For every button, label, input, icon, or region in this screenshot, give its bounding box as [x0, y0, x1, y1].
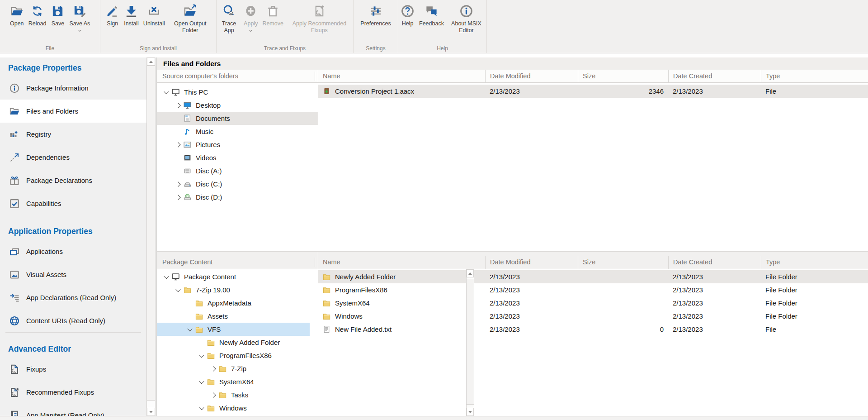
tree-item-label: Desktop [196, 101, 221, 109]
column-header-name[interactable]: Name [318, 70, 485, 83]
scroll-down-icon[interactable] [467, 408, 474, 415]
chevron-right-icon[interactable] [173, 177, 183, 191]
chevron-right-icon[interactable] [173, 99, 183, 112]
chevron-right-icon[interactable] [173, 138, 183, 151]
chevron-down-icon[interactable] [161, 270, 171, 283]
column-header-name[interactable]: Name [318, 256, 485, 269]
tree-item-assets[interactable]: Assets [157, 310, 310, 323]
remove-button[interactable]: Remove [260, 3, 286, 28]
tree-item-appxmetadata[interactable]: AppxMetadata [157, 296, 310, 310]
sidebar-item-app-declarations-read-only[interactable]: App Declarations (Read Only) [0, 286, 146, 309]
ribbon-group-label: Sign and Install [100, 45, 216, 52]
column-header-size[interactable]: Size [578, 256, 668, 269]
file-row-programfilesx86[interactable]: ProgramFilesX862/13/20232/13/2023File Fo… [318, 283, 868, 296]
tree-item-vfs[interactable]: VFS [157, 323, 310, 336]
chevron-right-icon[interactable] [173, 191, 183, 204]
column-header-date-modified[interactable]: Date Modified [485, 70, 578, 83]
scroll-up-icon[interactable] [467, 270, 474, 277]
button-label: Feedback [419, 20, 444, 27]
pane-splitter[interactable] [318, 70, 318, 416]
tree-item-tasks[interactable]: Tasks [157, 388, 310, 401]
file-row-new-file-added-txt[interactable]: New File Added.txt2/13/202302/13/2023Fil… [318, 323, 868, 336]
tree-item-label: Disc (D:) [196, 193, 222, 201]
date-created: 2/13/2023 [668, 273, 761, 281]
scrollbar-thumb[interactable] [467, 279, 474, 405]
sidebar-item-package-information[interactable]: Package Information [0, 76, 146, 100]
tree-item-this-pc[interactable]: This PC [157, 86, 318, 99]
open-output-folder-button[interactable]: Open Output Folder [167, 3, 213, 35]
sidebar-item-app-manifest-read-only[interactable]: App Manifest (Read Only) [0, 404, 146, 416]
save-button[interactable]: Save [48, 3, 67, 28]
feedback-button[interactable]: Feedback [417, 3, 446, 28]
sidebar-item-recommended-fixups[interactable]: Recommended Fixups [0, 381, 146, 404]
install-button[interactable]: Install [122, 3, 141, 28]
sidebar-item-dependencies[interactable]: Dependencies [0, 146, 146, 169]
column-header-type[interactable]: Type [761, 256, 868, 269]
tree-item-newly-added-folder[interactable]: Newly Added Folder [157, 336, 310, 349]
apply-button[interactable]: Apply [241, 3, 260, 32]
scroll-up-icon[interactable] [147, 58, 155, 66]
folder-open-sb-icon [9, 106, 20, 117]
source-folders-header[interactable]: Source computer's folders [157, 70, 318, 83]
sidebar-item-files-and-folders[interactable]: Files and Folders [0, 100, 146, 123]
ribbon-group-label: Settings [354, 45, 398, 52]
chevron-right-icon[interactable] [208, 388, 218, 401]
tree-item-package-content[interactable]: Package Content [157, 270, 310, 283]
button-label: About MSIX Editor [448, 20, 484, 34]
tree-item-7-zip-19-00[interactable]: 7-Zip 19.00 [157, 283, 310, 296]
chevron-down-icon[interactable] [197, 375, 207, 388]
tree-item-documents[interactable]: Documents [157, 112, 318, 125]
scrollbar-thumb[interactable] [147, 66, 155, 401]
file-row-windows[interactable]: Windows2/13/20232/13/2023File Folder [318, 310, 868, 323]
apply-recommended-fixups-button[interactable]: Apply Recommended Fixups [286, 3, 353, 35]
chevron-right-icon[interactable] [208, 362, 218, 375]
column-header-date-created[interactable]: Date Created [668, 70, 761, 83]
sidebar-item-fixups[interactable]: Fixups [0, 358, 146, 381]
chevron-down-icon[interactable] [173, 283, 183, 296]
reload-button[interactable]: Reload [26, 3, 49, 28]
sidebar-item-registry[interactable]: Registry [0, 123, 146, 146]
column-header-type[interactable]: Type [761, 70, 868, 83]
button-label: Open Output Folder [170, 20, 211, 34]
tree-item-7-zip[interactable]: 7-Zip [157, 362, 310, 375]
file-row-conversion-project-1-aacx[interactable]: Conversion Project 1.aacx2/13/202323462/… [318, 85, 868, 98]
tree-item-windows[interactable]: Windows [157, 401, 310, 415]
column-header-date-created[interactable]: Date Created [668, 256, 761, 269]
chevron-down-icon[interactable] [197, 349, 207, 362]
tree-item-desktop[interactable]: Desktop [157, 99, 318, 112]
package-icon [322, 87, 331, 95]
sign-button[interactable]: Sign [103, 3, 122, 28]
column-header-size[interactable]: Size [578, 70, 668, 83]
sidebar-item-package-declarations[interactable]: Package Declarations [0, 169, 146, 192]
scroll-down-icon[interactable] [147, 408, 155, 415]
tree-item-disc-d[interactable]: Disc (D:) [157, 191, 318, 204]
folder-icon [322, 299, 331, 307]
save-as-button[interactable]: Save As [67, 3, 92, 32]
open-button[interactable]: Open [8, 3, 26, 28]
chevron-down-icon[interactable] [197, 401, 207, 415]
about-msix-editor-button[interactable]: About MSIX Editor [446, 3, 486, 35]
trace-app-button[interactable]: Trace App [217, 3, 241, 35]
preferences-button[interactable]: Preferences [358, 3, 393, 28]
sidebar-item-applications[interactable]: Applications [0, 240, 146, 263]
file-row-newly-added-folder[interactable]: Newly Added Folder2/13/20232/13/2023File… [318, 270, 868, 283]
uninstall-button[interactable]: Uninstall [141, 3, 167, 28]
sidebar-scrollbar[interactable] [146, 57, 156, 416]
package-tree-scrollbar[interactable] [466, 269, 474, 416]
tree-item-videos[interactable]: Videos [157, 151, 318, 164]
chevron-down-icon[interactable] [185, 323, 195, 336]
sidebar-item-capabilities[interactable]: Capabilities [0, 192, 146, 215]
tree-item-disc-c[interactable]: Disc (C:) [157, 177, 318, 191]
tree-item-programfilesx86[interactable]: ProgramFilesX86 [157, 349, 310, 362]
sidebar-item-content-uris-read-only[interactable]: Content URIs (Read Only) [0, 309, 146, 332]
tree-item-disc-a[interactable]: Disc (A:) [157, 164, 318, 177]
column-header-date-modified[interactable]: Date Modified [485, 256, 578, 269]
sidebar-item-visual-assets[interactable]: Visual Assets [0, 263, 146, 286]
tree-item-systemx64[interactable]: SystemX64 [157, 375, 310, 388]
chevron-down-icon[interactable] [161, 86, 171, 99]
tree-item-music[interactable]: Music [157, 125, 318, 138]
tree-item-pictures[interactable]: Pictures [157, 138, 318, 151]
file-row-systemx64[interactable]: SystemX642/13/20232/13/2023File Folder [318, 296, 868, 310]
package-content-header[interactable]: Package Content [157, 256, 318, 269]
help-button[interactable]: Help [398, 3, 417, 28]
